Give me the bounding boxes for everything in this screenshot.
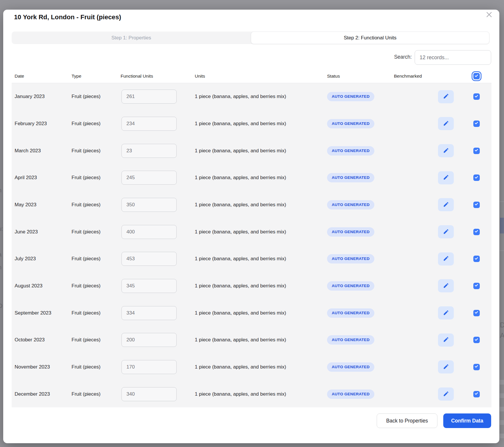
benchmarked-checkbox[interactable]	[473, 256, 480, 262]
edit-row-button[interactable]	[438, 198, 454, 211]
functional-units-input[interactable]	[121, 279, 177, 293]
edit-row-button[interactable]	[438, 144, 454, 157]
pencil-icon	[443, 174, 449, 181]
edit-row-button[interactable]	[438, 225, 454, 238]
edit-row-button[interactable]	[438, 387, 454, 401]
check-icon	[474, 175, 479, 181]
edit-row-button[interactable]	[438, 279, 454, 292]
close-icon	[485, 11, 493, 19]
tab-step1-properties[interactable]: Step 1: Properties	[12, 32, 251, 44]
check-icon	[474, 74, 479, 79]
edit-row-button[interactable]	[438, 333, 454, 347]
pencil-icon	[443, 364, 449, 371]
select-all-checkbox[interactable]	[473, 73, 480, 79]
status-badge: AUTO GENERATED	[327, 119, 374, 128]
column-header-benchmarked: Benchmarked	[394, 74, 461, 79]
edit-row-button[interactable]	[438, 90, 454, 103]
benchmarked-checkbox[interactable]	[473, 202, 480, 208]
table-row: January 2023Fruit (pieces)1 piece (banan…	[12, 83, 491, 110]
column-header-date: Date	[12, 74, 72, 79]
benchmarked-checkbox[interactable]	[473, 391, 480, 397]
row-units: 1 piece (banana, apples, and berries mix…	[195, 229, 327, 235]
status-badge: AUTO GENERATED	[327, 146, 374, 156]
check-icon	[474, 202, 479, 207]
benchmarked-checkbox[interactable]	[473, 93, 480, 100]
check-icon	[474, 364, 479, 370]
background-page-fragment-left: n : u: : a n D	[0, 184, 3, 312]
functional-units-input[interactable]	[121, 198, 177, 212]
tab-step2-functional-units[interactable]: Step 2: Functional Units	[251, 32, 489, 44]
edit-row-button[interactable]	[438, 117, 454, 130]
pencil-icon	[443, 391, 449, 398]
benchmarked-checkbox[interactable]	[473, 310, 480, 316]
row-units: 1 piece (banana, apples, and berries mix…	[195, 337, 327, 343]
row-units: 1 piece (banana, apples, and berries mix…	[195, 202, 327, 208]
edit-row-button[interactable]	[438, 171, 454, 184]
table-body: January 2023Fruit (pieces)1 piece (banan…	[12, 83, 491, 407]
functional-units-input[interactable]	[121, 387, 177, 401]
benchmarked-checkbox[interactable]	[473, 364, 480, 370]
status-badge: AUTO GENERATED	[327, 362, 374, 372]
pencil-icon	[443, 228, 449, 235]
pencil-icon	[443, 282, 449, 289]
row-units: 1 piece (banana, apples, and berries mix…	[195, 94, 327, 99]
row-date: March 2023	[12, 148, 72, 154]
pencil-icon	[443, 147, 449, 154]
close-button[interactable]	[484, 10, 494, 20]
row-type: Fruit (pieces)	[72, 94, 121, 99]
table-row: October 2023Fruit (pieces)1 piece (banan…	[12, 326, 491, 354]
functional-units-input[interactable]	[121, 252, 177, 266]
row-date: October 2023	[12, 337, 72, 343]
check-icon	[474, 337, 479, 343]
benchmarked-checkbox[interactable]	[473, 121, 480, 127]
row-date: November 2023	[12, 364, 72, 370]
status-badge: AUTO GENERATED	[327, 390, 374, 399]
benchmarked-checkbox[interactable]	[473, 174, 480, 181]
status-badge: AUTO GENERATED	[327, 200, 374, 209]
column-header-type: Type	[72, 74, 121, 79]
table-row: March 2023Fruit (pieces)1 piece (banana,…	[12, 137, 491, 164]
functional-units-input[interactable]	[121, 333, 177, 347]
status-badge: AUTO GENERATED	[327, 335, 374, 345]
background-page-stripe	[500, 407, 504, 411]
back-to-properties-button[interactable]: Back to Properties	[377, 413, 437, 428]
row-units: 1 piece (banana, apples, and berries mix…	[195, 310, 327, 316]
background-page-stripe	[500, 434, 504, 438]
dialog-title: 10 York Rd, London - Fruit (pieces)	[14, 13, 121, 21]
pencil-icon	[443, 336, 449, 343]
table-row: May 2023Fruit (pieces)1 piece (banana, a…	[12, 191, 491, 219]
benchmarked-checkbox[interactable]	[473, 148, 480, 154]
functional-units-input[interactable]	[121, 171, 177, 185]
check-icon	[474, 310, 479, 316]
table-row: September 2023Fruit (pieces)1 piece (ban…	[12, 299, 491, 326]
edit-row-button[interactable]	[438, 360, 454, 373]
row-type: Fruit (pieces)	[72, 256, 121, 262]
row-date: April 2023	[12, 175, 72, 181]
step-tabbar: Step 1: Properties Step 2: Functional Un…	[12, 32, 489, 44]
pencil-icon	[443, 93, 449, 100]
functional-units-input[interactable]	[121, 360, 177, 374]
column-header-status: Status	[327, 74, 394, 79]
background-page-stripe	[500, 420, 504, 425]
benchmarked-checkbox[interactable]	[473, 229, 480, 235]
background-page-fragment-right: D A	[500, 320, 504, 341]
functional-units-input[interactable]	[121, 225, 177, 239]
benchmarked-checkbox[interactable]	[473, 283, 480, 289]
row-type: Fruit (pieces)	[72, 148, 121, 154]
row-date: July 2023	[12, 256, 72, 262]
benchmarked-checkbox[interactable]	[473, 337, 480, 343]
search-input[interactable]	[415, 50, 491, 65]
functional-units-input[interactable]	[121, 144, 177, 158]
functional-units-input[interactable]	[121, 90, 177, 104]
row-units: 1 piece (banana, apples, and berries mix…	[195, 148, 327, 154]
edit-row-button[interactable]	[438, 252, 454, 266]
column-header-functional-units: Functional Units	[121, 74, 195, 79]
background-page-edge-line	[500, 250, 504, 251]
edit-row-button[interactable]	[438, 306, 454, 319]
functional-units-input[interactable]	[121, 306, 177, 320]
row-type: Fruit (pieces)	[72, 229, 121, 235]
row-units: 1 piece (banana, apples, and berries mix…	[195, 256, 327, 262]
row-date: June 2023	[12, 229, 72, 235]
confirm-data-button[interactable]: Confirm Data	[443, 413, 491, 428]
functional-units-input[interactable]	[121, 117, 177, 131]
